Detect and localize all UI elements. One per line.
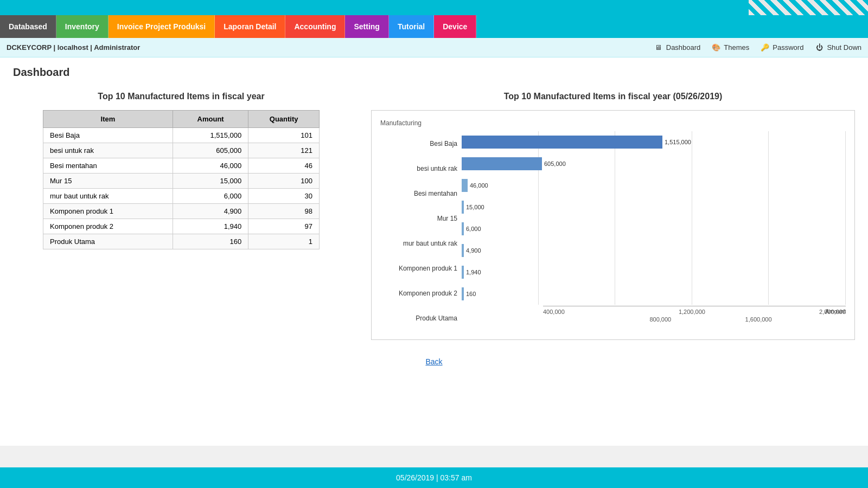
sub-header-right: 🖥 Dashboard 🎨 Themes 🔑 Password ⏻ Shut D…: [654, 43, 861, 53]
chart-series-label: Manufacturing: [380, 119, 846, 127]
nav-item-inventory[interactable]: Inventory: [56, 15, 108, 38]
chart-y-label: Komponen produk 2: [380, 282, 462, 304]
col-header-item: Item: [43, 111, 173, 128]
cell-quantity: 98: [248, 204, 320, 219]
themes-icon: 🎨: [711, 43, 721, 53]
x-axis-label-2: 1,200,000: [679, 309, 705, 315]
x-axis-label-4: 800,000: [649, 316, 671, 323]
app-subtitle: DCKEYCORP | localhost | Administrator: [7, 43, 140, 52]
cell-amount: 605,000: [173, 143, 248, 158]
left-panel: Top 10 Manufactured Items in fiscal year…: [13, 92, 349, 340]
chart-bar-row: 6,000: [462, 218, 846, 240]
shutdown-link[interactable]: ⏻ Shut Down: [814, 43, 861, 53]
chart-bar-value: 15,000: [464, 204, 484, 210]
table-row: Mur 15 15,000 100: [43, 174, 320, 189]
col-header-amount: Amount: [173, 111, 248, 128]
cell-item: Mur 15: [43, 174, 173, 189]
chart-bar-row: 1,515,000: [462, 131, 846, 153]
nav-item-setting[interactable]: Setting: [345, 15, 388, 38]
chart-bar: [462, 157, 542, 170]
chart-bar-row: 4,900: [462, 240, 846, 261]
main-content: Dashboard Top 10 Manufactured Items in f…: [0, 57, 868, 446]
cell-quantity: 46: [248, 158, 320, 174]
cell-amount: 4,900: [173, 204, 248, 219]
chart-y-label: Mur 15: [380, 208, 462, 229]
timestamp: 05/26/2019 | 03:57 am: [396, 473, 472, 482]
top-stripe: [0, 0, 868, 15]
shutdown-link-label: Shut Down: [827, 43, 861, 52]
chart-bars-area: 1,515,000605,00046,00015,0006,0004,9001,…: [462, 131, 846, 305]
cell-amount: 1,940: [173, 219, 248, 234]
dashboard-link[interactable]: 🖥 Dashboard: [654, 43, 701, 53]
x-axis-label-5: 1,600,000: [745, 316, 772, 323]
stripe-pattern: [749, 0, 868, 15]
themes-link-label: Themes: [724, 43, 749, 52]
chart-bar-row: 15,000: [462, 196, 846, 218]
table-row: Besi Baja 1,515,000 101: [43, 128, 320, 143]
chart-bar-row: 46,000: [462, 175, 846, 196]
left-panel-title: Top 10 Manufactured Items in fiscal year: [13, 92, 349, 101]
cell-quantity: 1: [248, 234, 320, 249]
chart-y-label: Besi mentahan: [380, 183, 462, 204]
cell-quantity: 100: [248, 174, 320, 189]
chart-bar-value: 46,000: [468, 182, 488, 189]
password-icon: 🔑: [760, 43, 770, 53]
cell-quantity: 97: [248, 219, 320, 234]
cell-quantity: 101: [248, 128, 320, 143]
manufactured-items-table: Item Amount Quantity Besi Baja 1,515,000…: [43, 110, 320, 249]
chart-bar-value: 1,940: [464, 269, 481, 275]
table-row: Komponen produk 1 4,900 98: [43, 204, 320, 219]
chart-container: Manufacturing Besi Bajabesi untuk rakBes…: [371, 110, 855, 340]
password-link-label: Password: [773, 43, 803, 52]
chart-bar-row: 1,940: [462, 261, 846, 283]
nav-bar: Databased Inventory Invoice Project Prod…: [0, 15, 868, 38]
chart-y-label: mur baut untuk rak: [380, 233, 462, 254]
table-row: besi untuk rak 605,000 121: [43, 143, 320, 158]
table-row: Produk Utama 160 1: [43, 234, 320, 249]
cell-item: Produk Utama: [43, 234, 173, 249]
cell-quantity: 30: [248, 189, 320, 204]
table-row: mur baut untuk rak 6,000 30: [43, 189, 320, 204]
chart-bar-value: 4,900: [464, 247, 481, 254]
page-title: Dashboard: [13, 66, 855, 79]
nav-item-database[interactable]: Databased: [0, 15, 56, 38]
nav-item-device[interactable]: Device: [434, 15, 476, 38]
cell-amount: 160: [173, 234, 248, 249]
cell-item: Besi mentahan: [43, 158, 173, 174]
chart-bar: [462, 136, 662, 149]
chart-y-label: besi untuk rak: [380, 158, 462, 179]
table-row: Besi mentahan 46,000 46: [43, 158, 320, 174]
themes-link[interactable]: 🎨 Themes: [711, 43, 749, 53]
cell-item: Besi Baja: [43, 128, 173, 143]
sub-header: DCKEYCORP | localhost | Administrator 🖥 …: [0, 38, 868, 57]
amount-axis-label: Amount: [825, 308, 846, 314]
chart-y-labels: Besi Bajabesi untuk rakBesi mentahanMur …: [380, 131, 462, 331]
cell-item: mur baut untuk rak: [43, 189, 173, 204]
cell-item: Komponen produk 2: [43, 219, 173, 234]
chart-bar-value: 160: [464, 291, 476, 297]
chart-bar-value: 1,515,000: [662, 139, 691, 145]
chart-bar-value: 605,000: [542, 160, 566, 167]
cell-amount: 46,000: [173, 158, 248, 174]
nav-item-laporan[interactable]: Laporan Detail: [215, 15, 285, 38]
dashboard-link-label: Dashboard: [666, 43, 701, 52]
chart-y-label: Produk Utama: [380, 307, 462, 329]
dashboard-icon: 🖥: [654, 43, 663, 53]
chart-inner: Besi Bajabesi untuk rakBesi mentahanMur …: [380, 131, 846, 331]
nav-item-invoice[interactable]: Invoice Project Produksi: [108, 15, 215, 38]
chart-bar-row: 160: [462, 283, 846, 305]
cell-quantity: 121: [248, 143, 320, 158]
table-row: Komponen produk 2 1,940 97: [43, 219, 320, 234]
x-axis-label-1: 400,000: [543, 309, 565, 315]
password-link[interactable]: 🔑 Password: [760, 43, 803, 53]
cell-item: besi untuk rak: [43, 143, 173, 158]
cell-amount: 1,515,000: [173, 128, 248, 143]
nav-item-accounting[interactable]: Accounting: [285, 15, 345, 38]
cell-item: Komponen produk 1: [43, 204, 173, 219]
nav-item-tutorial[interactable]: Tutorial: [389, 15, 434, 38]
dashboard-columns: Top 10 Manufactured Items in fiscal year…: [13, 92, 855, 340]
chart-bar-row: 605,000: [462, 153, 846, 175]
chart-bar: [462, 179, 468, 192]
cell-amount: 15,000: [173, 174, 248, 189]
back-link[interactable]: Back: [13, 357, 855, 366]
